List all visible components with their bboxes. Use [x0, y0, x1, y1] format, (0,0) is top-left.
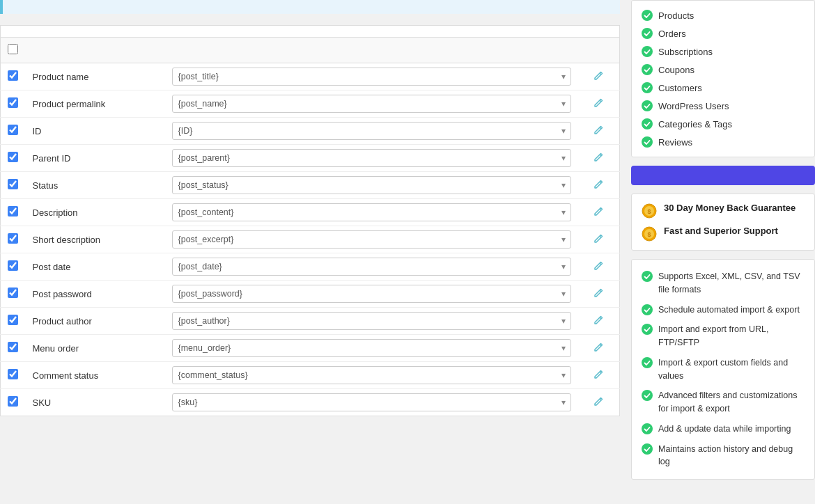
file-column-select-8[interactable]: {post_password}	[172, 285, 571, 303]
sidebar-item-label: Customers	[658, 83, 702, 93]
row-checkbox-0[interactable]	[8, 70, 18, 81]
sidebar-item-wordpress-users[interactable]: WordPress Users	[632, 97, 814, 115]
feature-text-4: Advanced filters and customizations for …	[658, 389, 805, 416]
file-column-select-wrapper-9[interactable]: {post_author}	[172, 312, 571, 330]
edit-icon-12[interactable]	[593, 399, 604, 409]
field-name-10: Menu order	[26, 335, 165, 362]
row-checkbox-6[interactable]	[8, 233, 18, 244]
svg-point-3	[642, 64, 653, 75]
feature-text-1: Schedule automated import & export	[658, 304, 800, 317]
field-name-7: Post date	[26, 253, 165, 281]
svg-text:$: $	[647, 231, 651, 238]
edit-icon-4[interactable]	[593, 182, 604, 192]
file-column-select-2[interactable]: {ID}	[172, 122, 571, 140]
check-circle-icon	[642, 82, 653, 93]
file-column-select-wrapper-10[interactable]: {menu_order}	[172, 339, 571, 357]
file-column-select-12[interactable]: {sku}	[172, 393, 571, 411]
sidebar-item-categories-tags[interactable]: Categories & Tags	[632, 115, 814, 133]
file-column-select-4[interactable]: {post_status}	[172, 176, 571, 194]
support-icon: $	[642, 226, 657, 242]
edit-icon-7[interactable]	[593, 263, 604, 274]
feature-item-0: Supports Excel, XML, CSV, and TSV file f…	[642, 267, 805, 300]
guarantee-section: $ 30 Day Money Back Guarantee $ Fast and…	[631, 194, 815, 251]
edit-icon-11[interactable]	[593, 372, 604, 382]
svg-point-20	[642, 443, 653, 455]
row-checkbox-5[interactable]	[8, 206, 18, 216]
row-checkbox-12[interactable]	[8, 396, 18, 407]
file-column-select-wrapper-2[interactable]: {ID}	[172, 122, 571, 140]
table-row: Short description {post_excerpt}	[1, 226, 620, 253]
row-checkbox-8[interactable]	[8, 288, 18, 298]
feature-check-icon	[642, 443, 653, 455]
edit-icon-9[interactable]	[593, 317, 604, 328]
sidebar-item-reviews[interactable]: Reviews	[632, 133, 814, 151]
file-column-select-0[interactable]: {post_title}	[172, 68, 571, 86]
feature-check-icon	[642, 304, 653, 315]
row-checkbox-4[interactable]	[8, 179, 18, 189]
file-column-select-5[interactable]: {post_content}	[172, 203, 571, 221]
row-checkbox-7[interactable]	[8, 260, 18, 271]
field-name-1: Product permalink	[26, 90, 165, 118]
file-column-select-9[interactable]: {post_author}	[172, 312, 571, 330]
file-column-select-7[interactable]: {post_date}	[172, 258, 571, 276]
row-checkbox-9[interactable]	[8, 315, 18, 325]
info-box	[0, 0, 620, 14]
field-name-5: Description	[26, 199, 165, 226]
feature-check-icon	[642, 271, 653, 282]
table-row: ID {ID}	[1, 118, 620, 145]
row-checkbox-1[interactable]	[8, 97, 18, 108]
file-column-select-wrapper-7[interactable]: {post_date}	[172, 258, 571, 276]
svg-point-18	[642, 390, 653, 401]
file-column-select-6[interactable]: {post_excerpt}	[172, 230, 571, 249]
file-column-select-wrapper-12[interactable]: {sku}	[172, 393, 571, 411]
file-column-select-11[interactable]: {comment_status}	[172, 366, 571, 384]
sidebar-item-subscriptions[interactable]: Subscriptions	[632, 42, 814, 61]
file-column-select-wrapper-6[interactable]: {post_excerpt}	[172, 230, 571, 249]
row-checkbox-2[interactable]	[8, 125, 18, 135]
svg-text:$: $	[647, 208, 651, 215]
file-column-select-wrapper-0[interactable]: {post_title}	[172, 68, 571, 86]
sidebar-item-orders[interactable]: Orders	[632, 24, 814, 42]
edit-icon-3[interactable]	[593, 155, 604, 165]
file-column-select-wrapper-4[interactable]: {post_status}	[172, 176, 571, 194]
row-checkbox-11[interactable]	[8, 369, 18, 379]
features-section: Supports Excel, XML, CSV, and TSV file f…	[631, 259, 815, 480]
svg-point-1	[642, 28, 653, 39]
row-checkbox-3[interactable]	[8, 152, 18, 162]
sidebar-item-products[interactable]: Products	[632, 6, 814, 24]
table-row: Product permalink {post_name}	[1, 90, 620, 118]
check-circle-icon	[642, 118, 653, 129]
file-column-select-10[interactable]: {menu_order}	[172, 339, 571, 357]
svg-point-14	[642, 271, 653, 282]
file-column-select-wrapper-1[interactable]: {post_name}	[172, 95, 571, 113]
edit-icon-8[interactable]	[593, 290, 604, 301]
feature-check-icon	[642, 390, 653, 401]
file-column-select-1[interactable]: {post_name}	[172, 95, 571, 113]
edit-icon-0[interactable]	[593, 73, 604, 84]
svg-point-2	[642, 46, 653, 57]
feature-item-6: Maintains action history and debug log	[642, 439, 805, 473]
sidebar-item-label: WordPress Users	[658, 101, 729, 111]
file-column-select-wrapper-5[interactable]: {post_content}	[172, 203, 571, 221]
default-fields-header	[0, 25, 620, 38]
sidebar-item-customers[interactable]: Customers	[632, 79, 814, 97]
edit-icon-2[interactable]	[593, 127, 604, 138]
svg-point-19	[642, 423, 653, 434]
svg-point-17	[642, 357, 653, 368]
file-column-select-3[interactable]: {post_parent}	[172, 149, 571, 167]
field-name-11: Comment status	[26, 362, 165, 389]
file-column-select-wrapper-8[interactable]: {post_password}	[172, 285, 571, 303]
check-circle-icon	[642, 46, 653, 57]
file-column-select-wrapper-11[interactable]: {comment_status}	[172, 366, 571, 384]
get-plugin-button[interactable]	[631, 166, 815, 185]
feature-text-5: Add & update data while importing	[658, 423, 791, 436]
edit-icon-10[interactable]	[593, 345, 604, 355]
edit-icon-1[interactable]	[593, 100, 604, 111]
edit-icon-6[interactable]	[593, 236, 604, 246]
sidebar-item-coupons[interactable]: Coupons	[632, 61, 814, 79]
select-all-checkbox[interactable]	[8, 44, 18, 54]
file-column-select-wrapper-3[interactable]: {post_parent}	[172, 149, 571, 167]
row-checkbox-10[interactable]	[8, 342, 18, 352]
feature-text-6: Maintains action history and debug log	[658, 443, 805, 469]
edit-icon-5[interactable]	[593, 209, 604, 219]
